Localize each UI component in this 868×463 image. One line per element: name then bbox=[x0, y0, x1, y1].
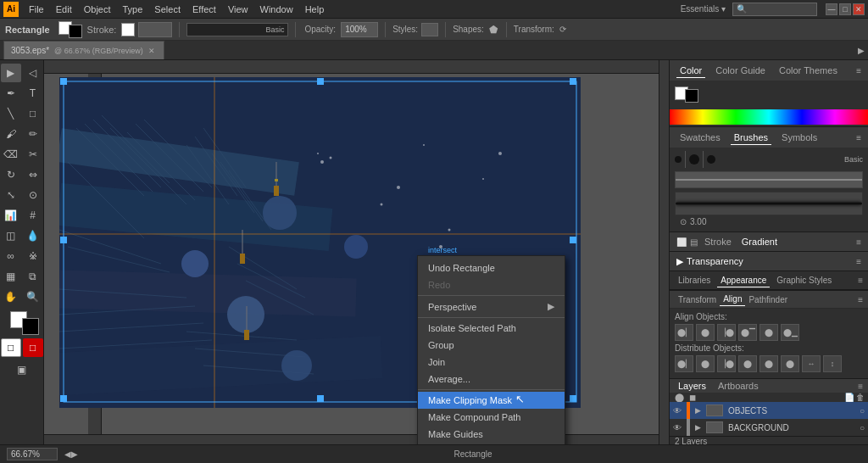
rotate-btn[interactable]: ↻ bbox=[1, 165, 21, 184]
menu-window[interactable]: Window bbox=[255, 3, 298, 16]
color-tab[interactable]: Color bbox=[676, 64, 705, 78]
close-btn[interactable]: ✕ bbox=[853, 3, 865, 15]
eraser-btn[interactable]: ⌫ bbox=[1, 145, 21, 164]
stroke-style-preview[interactable]: Basic bbox=[186, 23, 288, 36]
ctx-redo[interactable]: Redo bbox=[418, 276, 565, 293]
brushes-tab[interactable]: Brushes bbox=[731, 131, 771, 145]
brush-dot-2[interactable] bbox=[689, 154, 699, 165]
color-guide-tab[interactable]: Color Guide bbox=[712, 64, 769, 77]
styles-preview[interactable] bbox=[421, 23, 438, 36]
mask-mode-btn[interactable]: □ bbox=[23, 338, 43, 357]
stroke-width-input[interactable] bbox=[138, 22, 172, 37]
pencil-btn[interactable]: ✏ bbox=[23, 125, 43, 143]
layer-bg-expand[interactable]: ▶ bbox=[695, 423, 701, 432]
color-panel-menu[interactable]: ≡ bbox=[856, 66, 861, 75]
dist-bottom-btn[interactable]: ⬤ bbox=[781, 355, 799, 372]
scroll-horizontal[interactable] bbox=[44, 434, 659, 444]
transparency-expand[interactable]: ▶ bbox=[676, 256, 683, 267]
brushes-panel-menu[interactable]: ≡ bbox=[856, 133, 861, 142]
scale-btn[interactable]: ⤡ bbox=[1, 186, 21, 204]
selection-tool-btn[interactable]: ▶ bbox=[1, 64, 21, 82]
swatches-tab[interactable]: Swatches bbox=[676, 131, 724, 144]
transform-icon[interactable]: ⟳ bbox=[559, 25, 566, 34]
status-arrows[interactable]: ◀▶ bbox=[64, 449, 78, 459]
dist-right-btn[interactable]: ▕⬤ bbox=[717, 355, 736, 372]
layers-menu[interactable]: ≡ bbox=[858, 382, 863, 391]
menu-type[interactable]: Type bbox=[118, 3, 148, 16]
layer-objects[interactable]: 👁 ▶ OBJECTS ○ bbox=[670, 402, 868, 419]
ctx-make-clipping-mask[interactable]: Make Clipping Mask bbox=[418, 392, 565, 409]
menu-effect[interactable]: Effect bbox=[187, 3, 221, 16]
layer-objects-expand[interactable]: ▶ bbox=[695, 406, 701, 415]
type-tool-btn[interactable]: T bbox=[23, 84, 43, 103]
shapes-icon[interactable]: ⬟ bbox=[489, 24, 498, 36]
gradient-btn[interactable]: ◫ bbox=[1, 226, 21, 245]
layer-delete-btn[interactable]: 🗑 bbox=[856, 393, 865, 402]
graph-btn[interactable]: 📊 bbox=[1, 206, 21, 225]
menu-object[interactable]: Object bbox=[79, 3, 116, 16]
ctx-average[interactable]: Average... bbox=[418, 371, 565, 388]
slice-btn[interactable]: ⧉ bbox=[23, 267, 43, 286]
ctx-join[interactable]: Join bbox=[418, 354, 565, 371]
menu-view[interactable]: View bbox=[223, 3, 253, 16]
tab-scroll-arrow[interactable]: ▶ bbox=[858, 46, 865, 55]
layer-objects-lock[interactable]: ○ bbox=[860, 406, 865, 416]
minimize-btn[interactable]: — bbox=[826, 3, 837, 15]
eyedropper-btn[interactable]: 💧 bbox=[23, 226, 43, 245]
menu-file[interactable]: File bbox=[24, 3, 49, 16]
brush-dot-3[interactable] bbox=[707, 155, 715, 164]
search-input[interactable] bbox=[732, 3, 817, 16]
direct-selection-btn[interactable]: ◁ bbox=[23, 64, 43, 82]
appearance-menu[interactable]: ≡ bbox=[858, 276, 863, 285]
graphic-styles-tab[interactable]: Graphic Styles bbox=[773, 274, 835, 287]
align-center-h-btn[interactable]: ⬤ bbox=[696, 324, 715, 341]
stroke-value-swatch[interactable] bbox=[121, 23, 135, 36]
dist-center-h-btn[interactable]: ⬤ bbox=[696, 355, 715, 372]
blend-btn[interactable]: ∞ bbox=[1, 247, 21, 265]
align-center-v-btn[interactable]: ⬤ bbox=[760, 324, 778, 341]
pen-tool-btn[interactable]: ✒ bbox=[1, 84, 21, 103]
align-subtab[interactable]: Align bbox=[720, 293, 745, 306]
layer-objects-vis[interactable]: 👁 bbox=[673, 406, 682, 416]
symbols-tab[interactable]: Symbols bbox=[778, 131, 821, 144]
menu-help[interactable]: Help bbox=[300, 3, 330, 16]
screen-mode-btn[interactable]: ▣ bbox=[12, 360, 32, 379]
dist-spacing-btn[interactable]: ↔ bbox=[802, 355, 821, 372]
layer-bg-lock[interactable]: ○ bbox=[860, 423, 865, 432]
color-spectrum[interactable] bbox=[670, 109, 868, 125]
layers-tab[interactable]: Layers bbox=[675, 379, 709, 393]
ctx-undo-rectangle[interactable]: Undo Rectangle bbox=[418, 259, 565, 276]
layer-background[interactable]: 👁 ▶ BACKGROUND ○ bbox=[670, 419, 868, 436]
artboards-tab[interactable]: Artboards bbox=[715, 379, 762, 393]
opacity-input[interactable] bbox=[341, 22, 378, 37]
tab-close-btn[interactable]: ✕ bbox=[148, 47, 155, 55]
reflect-btn[interactable]: ⇔ bbox=[23, 165, 43, 184]
transform-subtab[interactable]: Transform bbox=[675, 293, 720, 306]
hand-btn[interactable]: ✋ bbox=[1, 287, 21, 306]
ctx-make-compound-path[interactable]: Make Compound Path bbox=[418, 409, 565, 426]
menu-edit[interactable]: Edit bbox=[51, 3, 77, 16]
maximize-btn[interactable]: □ bbox=[839, 3, 851, 15]
ctx-make-guides[interactable]: Make Guides bbox=[418, 426, 565, 443]
scroll-vertical[interactable] bbox=[659, 60, 669, 444]
color-bg[interactable] bbox=[685, 89, 698, 103]
bg-color-btn[interactable] bbox=[22, 318, 39, 335]
ctx-isolate-path[interactable]: Isolate Selected Path bbox=[418, 320, 565, 337]
paintbrush-btn[interactable]: 🖌 bbox=[1, 125, 21, 143]
color-themes-tab[interactable]: Color Themes bbox=[776, 64, 841, 77]
symbol-btn[interactable]: ※ bbox=[23, 247, 43, 265]
zoom-input[interactable] bbox=[7, 448, 58, 460]
appearance-tab[interactable]: Appearance bbox=[717, 274, 770, 287]
dist-top-btn[interactable]: ⬤ bbox=[738, 355, 757, 372]
ctx-perspective[interactable]: Perspective ▶ bbox=[418, 298, 565, 315]
dist-v-spacing-btn[interactable]: ↕ bbox=[823, 355, 842, 372]
normal-mode-btn[interactable]: □ bbox=[1, 338, 21, 357]
warp-btn[interactable]: ⊙ bbox=[23, 186, 43, 204]
column-btn[interactable]: ▦ bbox=[1, 267, 21, 286]
mesh-btn[interactable]: # bbox=[23, 206, 43, 225]
align-right-btn[interactable]: ▕⬤ bbox=[717, 324, 736, 341]
ctx-group[interactable]: Group bbox=[418, 337, 565, 354]
scissors-btn[interactable]: ✂ bbox=[23, 145, 43, 164]
brush-dot-1[interactable] bbox=[675, 156, 682, 163]
libraries-tab[interactable]: Libraries bbox=[675, 274, 714, 287]
